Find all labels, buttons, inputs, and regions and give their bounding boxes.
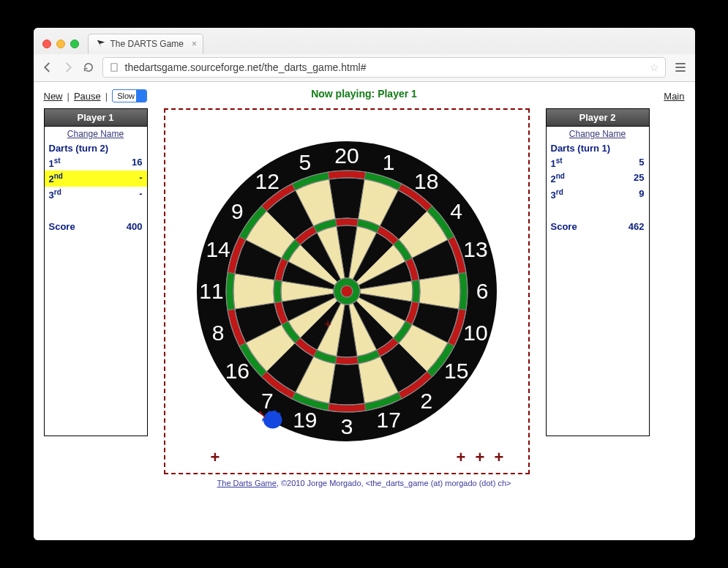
dart-marker-icon: + [476,449,485,466]
svg-text:20: 20 [334,143,359,168]
svg-marker-0 [97,40,105,48]
separator: | [105,91,108,102]
svg-text:2: 2 [420,389,432,413]
throw-ordinal: 1st [49,157,61,169]
player1-score-row: Score 400 [45,220,147,233]
svg-text:1: 1 [382,150,394,174]
player1-score: 400 [127,221,143,232]
throw-score: - [139,172,142,184]
close-tab-icon[interactable]: × [192,39,197,49]
throw-score: 9 [639,188,644,201]
svg-text:16: 16 [225,359,249,383]
minimize-window-icon[interactable] [56,40,65,48]
now-playing-text: Now playing: Player 1 [311,88,417,100]
dart-marker-icon: + [211,449,220,466]
throw-ordinal: 2nd [551,172,565,184]
throw-row: 1st5 [547,155,649,171]
svg-text:12: 12 [255,169,279,193]
throw-score: 25 [634,172,644,184]
svg-text:9: 9 [230,199,243,223]
url-text: thedartsgame.sourceforge.net/the_darts_g… [125,61,644,73]
page-footer: The Darts Game, ©2010 Jorge Morgado, <th… [44,479,685,487]
dartboard-area[interactable]: 2011841361015217319716811149125 + + + + … [164,108,530,474]
tab-strip: The DARTS Game × [34,28,695,54]
player1-name: Player 1 [45,109,147,127]
player2-name: Player 2 [547,109,649,127]
score-label: Score [551,221,577,232]
page-content: Now playing: Player 1 New | Pause | Slow… [34,82,695,540]
player2-panel: Player 2 Change Name Darts (turn 1) 1st5… [546,108,650,436]
svg-text:13: 13 [463,237,487,261]
player1-panel: Player 1 Change Name Darts (turn 2) 1st1… [44,108,148,436]
throw-row: 2nd25 [547,171,649,186]
svg-text:6: 6 [476,279,488,303]
svg-text:15: 15 [443,359,468,383]
close-window-icon[interactable] [42,40,51,48]
back-icon[interactable] [41,61,54,74]
footer-link[interactable]: The Darts Game [217,479,277,487]
throw-score: 16 [132,157,142,169]
throw-row: 3rd- [45,187,147,202]
svg-rect-1 [110,64,116,72]
throw-ordinal: 1st [551,157,563,169]
speed-select[interactable]: Slow [112,89,147,102]
throw-ordinal: 3rd [49,188,61,201]
throw-ordinal: 2nd [49,172,63,184]
dart-marker-icon: + [457,449,466,466]
bookmark-star-icon[interactable]: ☆ [650,61,659,73]
favicon-icon [96,39,106,49]
menu-icon[interactable] [673,60,688,75]
svg-text:4: 4 [450,199,462,223]
svg-text:19: 19 [293,408,317,432]
player1-change-name[interactable]: Change Name [45,127,147,141]
svg-text:8: 8 [211,321,224,345]
throw-row: 3rd9 [547,187,649,202]
footer-text: , ©2010 Jorge Morgado, <the_darts_game (… [277,479,511,487]
player2-turn: Darts (turn 1) [547,141,649,155]
page-icon [109,62,119,72]
separator: | [67,91,70,102]
forward-icon[interactable] [61,61,75,74]
player2-score-row: Score 462 [547,220,649,233]
svg-point-32 [259,411,261,414]
zoom-window-icon[interactable] [70,40,79,48]
svg-text:18: 18 [414,169,438,193]
reload-icon[interactable] [82,61,95,74]
tab-title: The DARTS Game [110,39,184,49]
player2-score: 462 [628,221,645,232]
throw-score: - [139,188,142,201]
new-game-link[interactable]: New [44,91,63,102]
player1-turn: Darts (turn 2) [45,141,147,155]
speed-select-wrap: Slow [112,89,147,102]
address-bar[interactable]: thedartsgame.sourceforge.net/the_darts_g… [102,57,666,78]
pause-link[interactable]: Pause [74,91,101,102]
svg-text:17: 17 [376,408,400,432]
window-controls [41,40,83,54]
main-link[interactable]: Main [664,91,684,102]
throw-score: 5 [639,157,644,169]
toolbar: thedartsgame.sourceforge.net/the_darts_g… [34,54,695,81]
svg-text:11: 11 [199,279,223,303]
throw-ordinal: 3rd [551,188,563,201]
browser-tab[interactable]: The DARTS Game × [88,34,203,54]
dartboard[interactable]: 2011841361015217319716811149125 [193,138,500,445]
throw-row: 2nd- [45,171,147,186]
score-label: Score [49,221,75,232]
svg-text:10: 10 [463,321,487,345]
dart-marker-icon: + [495,449,504,466]
browser-chrome: The DARTS Game × thedartsgame.sourceforg… [34,28,695,82]
browser-window: The DARTS Game × thedartsgame.sourceforg… [34,28,695,540]
player2-change-name[interactable]: Change Name [547,127,649,141]
svg-text:14: 14 [206,237,230,261]
throwing-hand-icon [259,406,284,431]
throw-row: 1st16 [45,155,147,171]
svg-text:3: 3 [340,414,353,438]
game-arena: Player 1 Change Name Darts (turn 2) 1st1… [44,108,685,474]
svg-text:5: 5 [299,150,311,174]
